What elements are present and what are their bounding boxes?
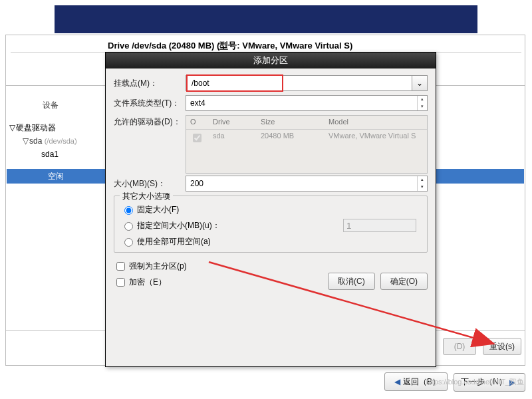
device-tree[interactable]: ▽硬盘驱动器 ▽sda (/dev/sda) sda1 (9, 121, 77, 161)
tree-sda[interactable]: ▽sda (/dev/sda) (23, 134, 77, 148)
mount-point-combo[interactable]: /boot ⌄ (186, 75, 428, 91)
tree-sda-label: sda (29, 136, 42, 146)
mount-point-label: 挂载点(M)： (114, 78, 186, 89)
drive-header: Drive /dev/sda (20480 MB) (型号: VMware, V… (108, 40, 352, 52)
fs-type-label: 文件系统类型(T)： (114, 98, 186, 109)
size-input[interactable]: 200 ▴▾ (186, 176, 428, 192)
size-stepper[interactable]: ▴▾ (417, 176, 427, 191)
radio-fixed-label: 固定大小(F) (137, 204, 179, 215)
chevron-down-icon[interactable]: ⌄ (412, 76, 427, 90)
radio-fill-all[interactable]: 使用全部可用空间(a) (121, 233, 420, 249)
fill-up-value (343, 219, 416, 232)
radio-fill-up-input[interactable] (124, 222, 133, 231)
col-size: Size (257, 116, 325, 129)
check-primary-label: 强制为主分区(p) (129, 261, 187, 272)
tree-root-label: 硬盘驱动器 (16, 123, 56, 132)
radio-fixed-input[interactable] (124, 206, 133, 215)
fs-type-stepper[interactable]: ▴▾ (417, 96, 427, 110)
drive-size: 20480 MB (257, 130, 325, 143)
tree-sda1[interactable]: sda1 (41, 148, 77, 161)
check-encrypt-input[interactable] (116, 278, 125, 287)
check-primary[interactable]: 强制为主分区(p) (114, 258, 428, 274)
watermark: https://blog.csdn.net/HIT_双鱼 (426, 377, 524, 387)
reset-button[interactable]: 重设(s) (483, 338, 521, 355)
radio-fill-up[interactable]: 指定空间大小(MB)(u)： (121, 217, 420, 233)
check-primary-input[interactable] (116, 262, 125, 271)
size-options-group: 其它大小选项 固定大小(F) 指定空间大小(MB)(u)： 使用全部可用空间(a… (114, 196, 428, 253)
col-drive: Drive (209, 116, 257, 129)
col-o: O (186, 116, 209, 129)
check-encrypt-label: 加密（E） (129, 277, 166, 288)
mount-point-value[interactable]: /boot (186, 74, 283, 92)
add-partition-dialog: 添加分区 挂载点(M)： /boot ⌄ 文件系统类型(T)： ext4 ▴▾ … (105, 52, 436, 367)
fs-type-value: ext4 (186, 98, 417, 108)
tree-sda-path: (/dev/sda) (45, 137, 77, 145)
size-options-legend: 其它大小选项 (120, 191, 173, 202)
allowed-drives-label: 允许的驱动器(D)： (114, 116, 186, 128)
radio-fill-all-input[interactable] (124, 238, 133, 247)
fs-type-combo[interactable]: ext4 ▴▾ (186, 95, 428, 111)
arrow-left-icon: ◀ (394, 377, 400, 386)
radio-fill-all-label: 使用全部可用空间(a) (137, 236, 211, 247)
ok-button[interactable]: 确定(O) (380, 273, 428, 290)
allowed-drives-list: O Drive Size Model sda 20480 MB VMware, … (186, 115, 428, 174)
drives-row-sda[interactable]: sda 20480 MB VMware, VMware Virtual S (186, 130, 427, 143)
drive-name: sda (209, 130, 257, 143)
header-band (55, 5, 477, 33)
size-label: 大小(MB)(S)： (114, 178, 186, 190)
radio-fixed[interactable]: 固定大小(F) (121, 201, 420, 217)
size-value[interactable]: 200 (186, 179, 417, 188)
dialog-title: 添加分区 (106, 53, 436, 68)
device-column-header: 设备 (43, 100, 59, 111)
tree-root[interactable]: ▽硬盘驱动器 (9, 121, 77, 134)
cancel-button[interactable]: 取消(C) (328, 273, 375, 290)
radio-fill-up-label: 指定空间大小(MB)(u)： (137, 220, 220, 231)
drive-model: VMware, VMware Virtual S (325, 130, 427, 143)
delete-button: (D) (443, 338, 476, 355)
drives-header-row: O Drive Size Model (186, 116, 427, 130)
col-model: Model (325, 116, 427, 129)
drive-check-sda (193, 134, 201, 142)
